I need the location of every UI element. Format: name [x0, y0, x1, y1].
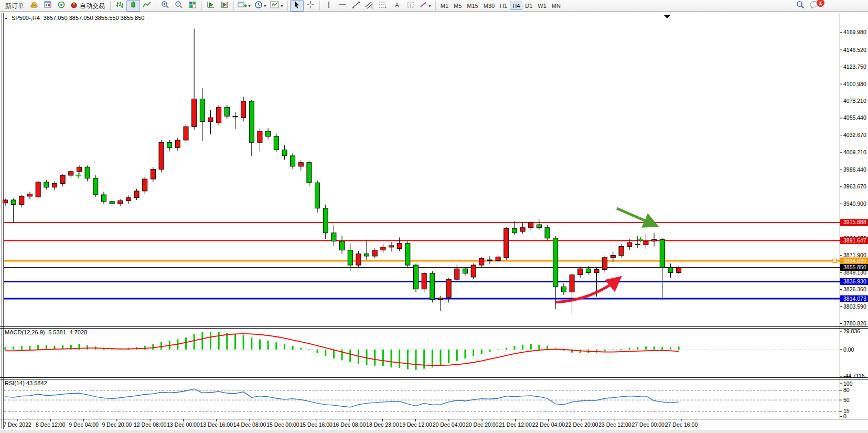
signal-button[interactable]	[55, 0, 68, 12]
chart-area[interactable]: 4169.9804146.5204123.7504100.9804078.210…	[0, 13, 868, 433]
signal-icon	[57, 1, 66, 11]
candle-body	[389, 246, 394, 247]
auto-trading-button[interactable]: 自动交易	[68, 0, 108, 12]
scroll-marker-icon[interactable]	[664, 15, 670, 18]
svg-text:22 Dec 20:00: 22 Dec 20:00	[565, 421, 598, 428]
line-chart-button[interactable]	[140, 0, 154, 12]
new-order-button[interactable]: 新订单	[2, 0, 27, 12]
macd-bar	[300, 348, 302, 350]
fibonacci-icon: F	[379, 1, 388, 11]
zoom-out-icon	[175, 1, 183, 11]
svg-text:20 Dec 04:00: 20 Dec 04:00	[433, 421, 466, 428]
hline-handle[interactable]	[833, 259, 837, 263]
candle-body	[635, 244, 640, 245]
candlestick-button[interactable]	[126, 0, 140, 12]
vertical-line-button[interactable]	[322, 0, 336, 12]
tab-timeframe-h4[interactable]: H4	[510, 2, 522, 10]
svg-text:23 Dec 12:00: 23 Dec 12:00	[598, 421, 631, 428]
market-watch-button[interactable]	[41, 0, 55, 12]
separator	[287, 1, 288, 10]
chevron-down-icon: ▼	[248, 4, 251, 8]
macd-bar	[275, 342, 277, 350]
svg-text:4032.670: 4032.670	[843, 132, 866, 138]
cursor-icon	[293, 1, 301, 11]
tab-timeframe-mn[interactable]: MN	[549, 2, 563, 10]
fibonacci-button[interactable]: F	[377, 0, 390, 12]
chart-canvas[interactable]: 4169.9804146.5204123.7504100.9804078.210…	[0, 13, 868, 433]
gold-icon-button[interactable]	[27, 0, 41, 12]
market-watch-icon	[44, 1, 52, 11]
candle-body	[52, 184, 57, 187]
candle-body	[430, 273, 435, 300]
candle-body	[224, 107, 229, 116]
auto-scroll-icon	[207, 1, 215, 11]
label-button[interactable]: T	[404, 0, 417, 12]
notifications-button[interactable]: 1	[807, 0, 821, 12]
time-axis[interactable]: 7 Dec 20228 Dec 12:009 Dec 04:009 Dec 20…	[3, 419, 698, 428]
tile-windows-button[interactable]	[186, 0, 199, 12]
svg-text:0: 0	[843, 413, 846, 419]
chart-shift-button[interactable]	[218, 0, 231, 12]
macd-bar	[341, 350, 343, 361]
chevron-down-icon: ▼	[263, 4, 267, 8]
svg-text:E: E	[371, 5, 374, 9]
svg-text:3940.900: 3940.900	[843, 200, 866, 207]
tab-timeframe-m15[interactable]: M15	[464, 2, 480, 10]
svg-text:3855.850: 3855.850	[843, 264, 866, 270]
candle-body	[192, 99, 197, 127]
mt4-window: { "toolbar": { "new_order_label": "新订单",…	[0, 0, 868, 433]
svg-text:4055.440: 4055.440	[843, 114, 866, 121]
horizontal-line-button[interactable]	[336, 0, 349, 12]
trendline-button[interactable]	[349, 0, 363, 12]
candle-body	[217, 107, 221, 123]
one-click-trading-toggle-icon[interactable]: ▼	[4, 17, 8, 20]
chevron-down-icon: ▼	[280, 4, 284, 8]
candle-body	[274, 136, 278, 150]
tab-timeframe-h1[interactable]: H1	[497, 2, 510, 10]
macd-bar	[284, 344, 285, 350]
tab-timeframe-m30[interactable]: M30	[481, 2, 497, 10]
text-button[interactable]: A	[390, 0, 404, 12]
new-chart-button[interactable]: ▼	[236, 0, 253, 12]
macd-bar	[645, 346, 647, 350]
channel-button[interactable]: E	[363, 0, 377, 12]
bar-chart-button[interactable]	[113, 0, 126, 12]
ohlc-readout: 3857.050 3857.050 3855.550 3855.850	[44, 15, 145, 21]
price-axis[interactable]: 4169.9804146.5204123.7504100.9804078.210…	[840, 29, 868, 326]
candle-body	[258, 131, 262, 142]
svg-text:3963.670: 3963.670	[843, 183, 866, 189]
tab-timeframe-w1[interactable]: W1	[535, 2, 549, 10]
arrows-button[interactable]: ▼	[417, 0, 433, 12]
new-chart-icon	[238, 1, 247, 11]
tab-timeframe-m5[interactable]: M5	[451, 2, 464, 10]
macd-bar	[678, 346, 680, 350]
zoom-in-button[interactable]	[158, 0, 172, 12]
svg-text:14 Dec 08:00: 14 Dec 08:00	[233, 421, 266, 428]
tab-timeframe-m1[interactable]: M1	[438, 2, 451, 10]
candlestick-icon	[129, 1, 137, 11]
candle-body	[307, 163, 312, 183]
macd-bar	[87, 345, 88, 350]
indicators-button[interactable]: ▼	[269, 0, 285, 12]
macd-bar	[349, 350, 351, 362]
auto-scroll-button[interactable]	[204, 0, 218, 12]
chart-title: ▼ SP500-,H4 3857.050 3857.050 3855.550 3…	[4, 15, 144, 21]
cursor-button[interactable]	[290, 0, 304, 12]
tab-timeframe-d1[interactable]: D1	[522, 2, 535, 10]
svg-text:22 Dec 04:00: 22 Dec 04:00	[532, 421, 565, 428]
candle-body	[463, 269, 467, 273]
candle-body	[405, 244, 410, 265]
period-button[interactable]: ▼	[253, 0, 269, 12]
crosshair-button[interactable]	[304, 0, 317, 12]
macd-bar	[612, 350, 614, 350]
macd-bar	[506, 348, 507, 350]
bar-chart-icon	[115, 1, 124, 11]
auto-trading-icon	[70, 1, 78, 11]
macd-bar	[546, 346, 548, 350]
candle-body	[110, 202, 114, 204]
svg-text:3826.360: 3826.360	[843, 286, 866, 292]
separator	[319, 1, 320, 10]
candle-body	[668, 267, 673, 272]
zoom-out-button[interactable]	[172, 0, 186, 12]
search-button[interactable]	[794, 0, 807, 12]
